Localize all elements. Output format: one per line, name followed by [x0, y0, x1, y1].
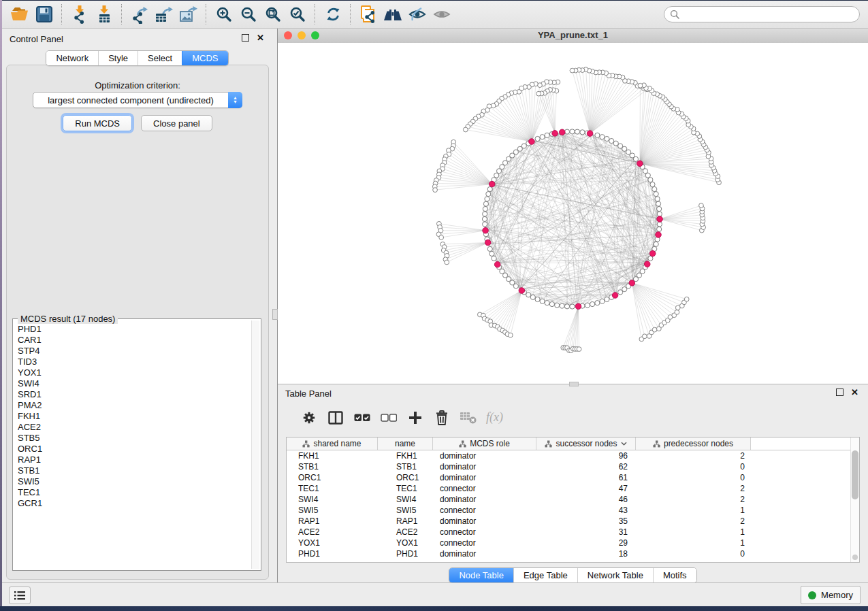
table-tab-node-table[interactable]: Node Table — [449, 568, 513, 582]
delete-rows-button[interactable] — [428, 406, 455, 430]
add-row-button[interactable] — [402, 406, 428, 430]
mcds-result-item[interactable]: PMA2 — [18, 400, 248, 411]
control-panel-tabs: NetworkStyleSelectMCDS — [2, 50, 272, 66]
select-all-button[interactable] — [349, 406, 375, 430]
horizontal-splitter-grabber[interactable] — [569, 382, 579, 386]
tab-network[interactable]: Network — [46, 51, 98, 65]
mcds-result-item[interactable]: ACE2 — [18, 422, 248, 433]
close-panel-button[interactable]: Close panel — [141, 115, 212, 131]
search-input[interactable] — [679, 7, 859, 21]
tab-select[interactable]: Select — [138, 51, 182, 65]
splitter-grabber[interactable] — [272, 309, 278, 320]
column-header-shared-name[interactable]: shared name — [287, 437, 378, 450]
search-network-button[interactable] — [381, 3, 405, 26]
zoom-fit-button[interactable] — [261, 3, 285, 26]
export-network-button[interactable] — [127, 3, 152, 26]
mcds-result-item[interactable]: GCR1 — [18, 498, 248, 509]
clone-network-button[interactable] — [356, 3, 381, 26]
show-all-button[interactable] — [430, 3, 454, 26]
table-row[interactable]: YOX1YOX1connector291 — [287, 538, 851, 548]
table-row[interactable]: RAP1RAP1dominator352 — [287, 516, 851, 527]
open-session-button[interactable] — [7, 3, 32, 26]
mcds-result-item[interactable]: TID3 — [18, 357, 248, 367]
save-session-button[interactable] — [32, 3, 57, 26]
refresh-button[interactable] — [321, 3, 345, 26]
memory-button[interactable]: Memory — [801, 586, 861, 604]
float-panel-icon[interactable] — [242, 34, 249, 42]
mcds-result-item[interactable]: PHD1 — [18, 324, 248, 335]
mcds-result-item[interactable]: SWI4 — [18, 378, 248, 389]
mcds-result-item[interactable]: YOX1 — [18, 367, 248, 378]
maximize-window-icon[interactable] — [311, 31, 319, 39]
column-header-MCDS-role[interactable]: MCDS role — [433, 437, 536, 450]
table-row[interactable]: FKH1FKH1dominator962 — [287, 450, 851, 461]
mcds-result-item[interactable]: ORC1 — [18, 444, 248, 455]
column-header-name[interactable]: name — [378, 437, 433, 450]
table-scrollbar-thumb[interactable] — [852, 450, 858, 499]
criterion-dropdown[interactable]: largest connected component (undirected)… — [33, 92, 242, 108]
cell-name: ACE2 — [378, 527, 433, 537]
column-label: name — [395, 439, 415, 448]
table-row[interactable]: SWI5SWI5connector431 — [287, 505, 851, 516]
table-row[interactable]: ORC1ORC1dominator610 — [287, 472, 851, 483]
mcds-result-item[interactable]: TEC1 — [18, 487, 248, 498]
network-view[interactable] — [278, 43, 868, 384]
export-table-button[interactable] — [152, 3, 176, 26]
table-row[interactable]: STB1STB1dominator620 — [287, 461, 851, 472]
mcds-result-item[interactable]: FKH1 — [18, 411, 248, 422]
settings-button[interactable] — [295, 406, 322, 430]
mcds-result-item[interactable]: STB5 — [18, 433, 248, 444]
table-scrollbar-button[interactable] — [852, 555, 858, 560]
tab-style[interactable]: Style — [98, 51, 138, 65]
export-image-button[interactable] — [176, 3, 201, 26]
table-tab-network-table[interactable]: Network Table — [577, 568, 653, 582]
run-mcds-button[interactable]: Run MCDS — [63, 115, 132, 131]
cell-successor-nodes: 61 — [536, 473, 636, 482]
mcds-result-item[interactable]: SWI5 — [18, 476, 248, 487]
network-graph — [278, 43, 868, 384]
network-window-titlebar[interactable]: YPA_prune.txt_1 — [278, 29, 868, 44]
control-panel-title: Control Panel — [10, 34, 63, 44]
vertical-splitter[interactable] — [272, 29, 278, 583]
export-image-icon — [178, 5, 199, 24]
tab-mcds[interactable]: MCDS — [182, 51, 227, 65]
task-history-button[interactable] — [9, 587, 31, 604]
import-network-button[interactable] — [67, 3, 92, 26]
column-header-successor-nodes[interactable]: successor nodes — [536, 437, 636, 450]
table-row[interactable]: ACE2ACE2connector311 — [287, 527, 851, 538]
table-row[interactable]: SWI4SWI4dominator462 — [287, 494, 851, 505]
deselect-all-button[interactable] — [375, 406, 402, 430]
table-tab-edge-table[interactable]: Edge Table — [513, 568, 577, 582]
column-header-predecessor-nodes[interactable]: predecessor nodes — [636, 437, 751, 450]
cell-name: RAP1 — [378, 516, 433, 526]
table-panel-window-icons: ✕ — [836, 389, 858, 396]
mcds-result-item[interactable]: STP4 — [18, 346, 248, 357]
minimize-window-icon[interactable] — [298, 31, 306, 39]
toolbar-separator — [61, 4, 63, 24]
close-window-icon[interactable] — [284, 31, 292, 39]
import-table-button[interactable] — [92, 3, 116, 26]
hide-selection-button[interactable] — [405, 3, 430, 26]
mcds-result-item[interactable]: CAR1 — [18, 335, 248, 346]
open-session-icon — [10, 5, 29, 23]
float-table-panel-icon[interactable] — [836, 389, 843, 396]
mcds-result-item[interactable]: SRD1 — [18, 389, 248, 400]
columns-button[interactable] — [322, 406, 349, 430]
mcds-result-item[interactable]: RAP1 — [18, 455, 248, 465]
mcds-list-scrollbar[interactable] — [251, 320, 259, 569]
table-row[interactable]: TEC1TEC1connector472 — [287, 483, 851, 494]
table-tab-motifs[interactable]: Motifs — [653, 568, 696, 582]
close-panel-icon[interactable]: ✕ — [257, 34, 264, 42]
table-row[interactable]: PHD1PHD1dominator180 — [287, 548, 851, 559]
search-box[interactable] — [664, 6, 860, 22]
window-traffic-lights — [284, 31, 319, 39]
zoom-out-button[interactable] — [236, 3, 261, 26]
cell-mcds-role: connector — [433, 484, 536, 493]
table-scrollbar[interactable] — [850, 437, 859, 562]
zoom-in-button[interactable] — [212, 3, 236, 26]
mcds-result-item[interactable]: STB1 — [18, 465, 248, 476]
close-table-panel-icon[interactable]: ✕ — [851, 389, 858, 396]
zoom-selected-button[interactable] — [285, 3, 310, 26]
mcds-result-list[interactable]: PHD1CAR1STP4TID3YOX1SWI4SRD1PMA2FKH1ACE2… — [18, 324, 248, 567]
cell-predecessor-nodes: 2 — [636, 451, 751, 461]
